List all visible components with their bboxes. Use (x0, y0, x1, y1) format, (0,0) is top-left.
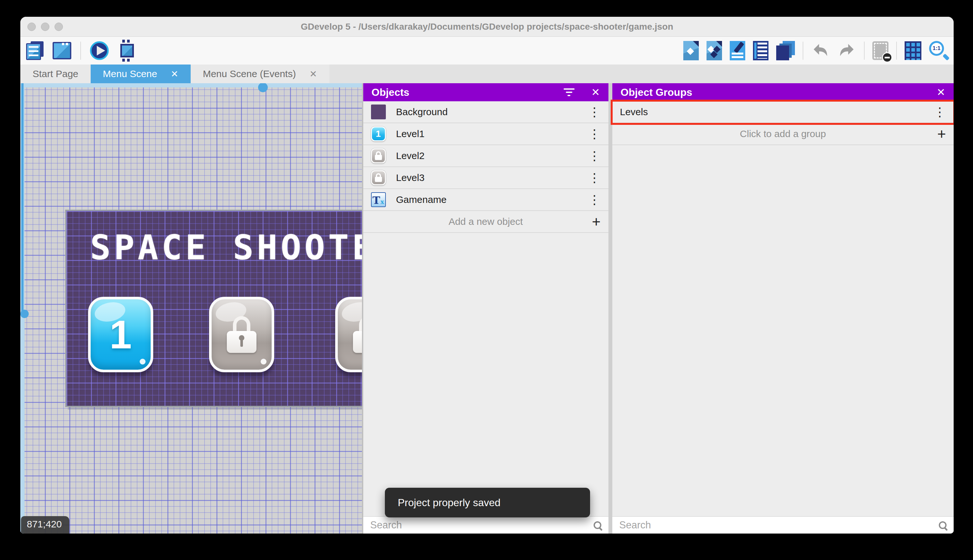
search-icon (939, 521, 946, 529)
layers-icon[interactable] (776, 41, 795, 60)
lock-icon (353, 316, 362, 353)
tab-bar: Start Page Menu Scene ✕ Menu Scene (Even… (20, 65, 954, 83)
properties-icon[interactable] (730, 41, 745, 60)
plus-icon: + (592, 214, 601, 229)
scene-title-text[interactable]: SPACE SHOOTER (67, 228, 362, 267)
objects-panel-header: Objects ✕ (363, 83, 608, 101)
level-button-icon: 1 (371, 127, 386, 141)
close-panel-icon[interactable]: ✕ (936, 87, 945, 97)
plus-icon: + (937, 127, 946, 141)
objects-panel: Objects ✕ Background ⋮ 1 Level1 ⋮ Level2 (363, 83, 608, 533)
toolbar-right: 1:1 (683, 41, 948, 60)
objects-panel-empty-area (363, 233, 608, 516)
gdevelop-window: GDevelop 5 - /Users/dkarakay/Documents/G… (20, 17, 954, 533)
undo-icon[interactable] (811, 42, 830, 59)
cursor-coordinates-badge: 871;420 (21, 516, 69, 533)
tab-start-page[interactable]: Start Page (20, 65, 91, 83)
toolbar-separator (80, 42, 81, 60)
object-row-background[interactable]: Background ⋮ (363, 101, 608, 123)
object-groups-icon[interactable] (706, 41, 722, 60)
objects-search-input[interactable] (370, 519, 589, 531)
instances-list-icon[interactable] (753, 41, 768, 60)
titlebar: GDevelop 5 - /Users/dkarakay/Documents/G… (20, 17, 954, 37)
zoom-1-1-icon[interactable]: 1:1 (929, 41, 948, 60)
group-row-levels[interactable]: Levels ⋮ (612, 101, 954, 123)
close-tab-icon[interactable]: ✕ (309, 69, 317, 79)
objects-editor-icon[interactable] (683, 41, 699, 60)
tab-menu-scene-events[interactable]: Menu Scene (Events) ✕ (191, 65, 329, 83)
toolbar-separator (864, 42, 865, 60)
lock-button-icon (371, 148, 386, 163)
object-row-level3[interactable]: Level3 ⋮ (363, 167, 608, 189)
panel-gap (608, 83, 612, 533)
grid-icon[interactable] (905, 41, 921, 60)
window-title: GDevelop 5 - /Users/dkarakay/Documents/G… (20, 17, 954, 37)
search-icon (594, 521, 601, 529)
objects-search-bar (363, 516, 608, 533)
object-row-gamename[interactable]: Tx Gamename ⋮ (363, 189, 608, 211)
horizontal-scrollbar-handle[interactable] (258, 83, 268, 92)
object-row-level2[interactable]: Level2 ⋮ (363, 145, 608, 167)
object-groups-panel-header: Object Groups ✕ (612, 83, 954, 101)
play-icon[interactable] (90, 41, 109, 60)
row-menu-icon[interactable]: ⋮ (588, 193, 601, 206)
row-menu-icon[interactable]: ⋮ (588, 172, 601, 184)
objects-panel-title: Objects (372, 87, 410, 98)
horizontal-scrollbar[interactable] (20, 83, 362, 87)
add-new-object-row[interactable]: Add a new object + (363, 211, 608, 233)
close-tab-icon[interactable]: ✕ (171, 69, 178, 79)
level-3-locked-button-instance[interactable] (335, 297, 362, 372)
object-groups-panel: Object Groups ✕ Levels ⋮ Click to add a … (612, 83, 954, 533)
game-scene-background[interactable]: SPACE SHOOTER 1 (65, 210, 362, 407)
level-1-button-instance[interactable]: 1 (88, 297, 153, 372)
redo-icon[interactable] (838, 42, 856, 59)
toolbar-separator (803, 42, 803, 60)
vertical-scrollbar-handle[interactable] (20, 310, 29, 318)
background-swatch-icon (371, 105, 386, 119)
window-mask-icon[interactable] (872, 41, 888, 60)
row-menu-icon[interactable]: ⋮ (588, 106, 601, 118)
debug-icon[interactable] (120, 44, 134, 57)
row-menu-icon[interactable]: ⋮ (588, 128, 601, 140)
object-groups-panel-title: Object Groups (621, 87, 692, 98)
text-object-icon: Tx (371, 192, 386, 207)
project-manager-icon[interactable] (26, 41, 43, 60)
toolbar-separator (896, 42, 897, 60)
lock-button-icon (371, 170, 386, 185)
scene-window-icon[interactable] (53, 42, 71, 59)
vertical-scrollbar[interactable] (20, 83, 25, 533)
add-group-row[interactable]: Click to add a group + (612, 123, 954, 145)
close-panel-icon[interactable]: ✕ (591, 87, 600, 97)
zoom-ratio-label: 1:1 (933, 45, 941, 52)
content: SPACE SHOOTER 1 871;420 Objects ✕ (20, 83, 954, 533)
toolbar: 1:1 (20, 37, 954, 65)
row-menu-icon[interactable]: ⋮ (934, 106, 946, 118)
tab-menu-scene[interactable]: Menu Scene ✕ (91, 65, 191, 83)
toolbar-left (26, 41, 137, 60)
toast-message: Project properly saved (398, 497, 500, 509)
row-menu-icon[interactable]: ⋮ (588, 150, 601, 162)
object-groups-search-bar (612, 516, 954, 533)
level-2-locked-button-instance[interactable] (209, 297, 274, 372)
object-groups-search-input[interactable] (620, 519, 935, 531)
filter-icon[interactable] (563, 88, 575, 96)
object-groups-panel-empty-area (612, 145, 954, 516)
lock-icon (227, 316, 257, 353)
scene-canvas[interactable]: SPACE SHOOTER 1 871;420 (20, 83, 362, 533)
save-toast: Project properly saved (385, 488, 590, 517)
object-row-level1[interactable]: 1 Level1 ⋮ (363, 123, 608, 145)
